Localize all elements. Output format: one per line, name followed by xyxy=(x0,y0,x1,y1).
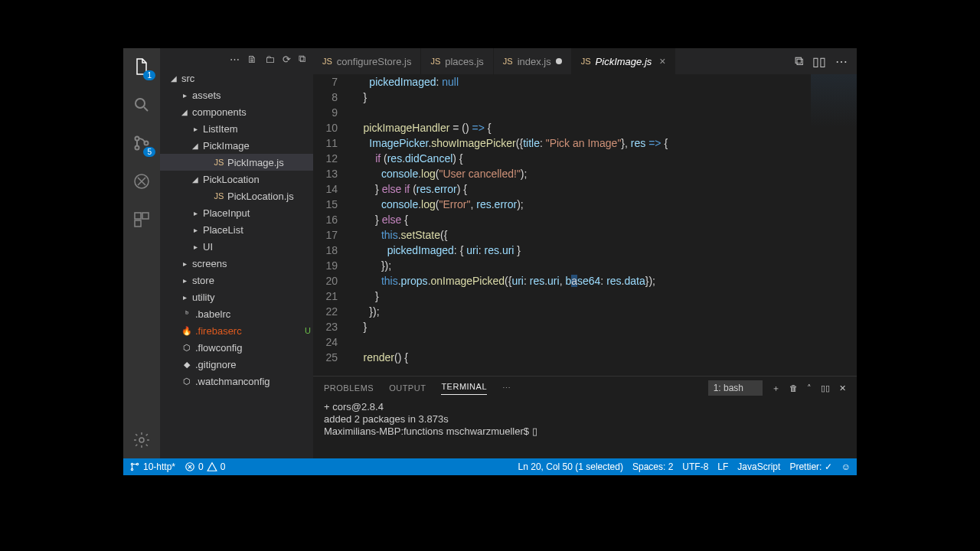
more-icon[interactable]: ⋯ xyxy=(835,54,848,69)
tab-problems[interactable]: PROBLEMS xyxy=(324,383,374,393)
explorer-sidebar: ⋯ 🗎 🗀 ⟳ ⧉ ◢src▸assets◢components▸ListIte… xyxy=(160,48,313,458)
tab-more-icon[interactable]: ⋯ xyxy=(502,383,511,393)
settings-gear-icon[interactable] xyxy=(131,429,152,451)
editor-tab[interactable]: JSplaces.js xyxy=(421,48,493,74)
new-file-icon[interactable]: 🗎 xyxy=(247,54,257,65)
tab-bar: JSconfigureStore.jsJSplaces.jsJSindex.js… xyxy=(313,48,857,74)
status-spaces[interactable]: Spaces: 2 xyxy=(632,461,673,472)
terminal-select[interactable]: 1: bash xyxy=(708,380,763,396)
panel: PROBLEMS OUTPUT TERMINAL ⋯ 1: bash ▾ ＋ 🗑… xyxy=(313,376,857,458)
editor-body[interactable]: 78910111213141516171819202122232425 pick… xyxy=(313,74,857,376)
search-icon[interactable] xyxy=(131,94,152,116)
status-feedback-icon[interactable]: ☺ xyxy=(841,461,851,472)
tree-item[interactable]: JSPickLocation.js xyxy=(160,187,313,204)
tree-item[interactable]: ◆.gitignore xyxy=(160,356,313,373)
tree-item[interactable]: JSPickImage.js xyxy=(160,154,313,171)
tree-item[interactable]: ᵇ.babelrc xyxy=(160,305,313,322)
svg-rect-6 xyxy=(142,213,149,219)
editor-group: JSconfigureStore.jsJSplaces.jsJSindex.js… xyxy=(313,48,857,458)
tree-item[interactable]: ▸utility xyxy=(160,289,313,305)
dirty-dot-icon xyxy=(556,58,562,64)
refresh-icon[interactable]: ⟳ xyxy=(283,54,291,65)
status-language[interactable]: JavaScript xyxy=(737,461,780,472)
panel-tabs: PROBLEMS OUTPUT TERMINAL ⋯ 1: bash ▾ ＋ 🗑… xyxy=(313,377,857,399)
editor-tab[interactable]: JSconfigureStore.js xyxy=(313,48,421,74)
vscode-window: 1 5 ⋯ 🗎 🗀 xyxy=(123,48,857,475)
compare-icon[interactable]: ⧉ xyxy=(795,54,803,68)
tree-item[interactable]: 🔥.firebasercU xyxy=(160,322,313,339)
svg-point-8 xyxy=(139,438,144,442)
svg-point-1 xyxy=(136,137,139,141)
tree-item[interactable]: ▸UI xyxy=(160,238,313,255)
line-gutter: 78910111213141516171819202122232425 xyxy=(313,74,351,376)
editor-tab[interactable]: JSPickImage.js× xyxy=(572,48,676,74)
extensions-icon[interactable] xyxy=(131,209,152,230)
svg-point-0 xyxy=(136,99,145,108)
tree-item[interactable]: ⬡.watchmanconfig xyxy=(160,373,313,390)
tree-item[interactable]: ▸ListItem xyxy=(160,120,313,137)
svg-point-9 xyxy=(131,463,132,465)
tab-terminal[interactable]: TERMINAL xyxy=(441,382,487,395)
scm-badge: 5 xyxy=(143,147,155,157)
status-branch[interactable]: 10-http* xyxy=(129,461,175,472)
status-prettier[interactable]: Prettier: ✓ xyxy=(789,461,831,472)
source-control-icon[interactable]: 5 xyxy=(131,132,152,154)
tree-item[interactable]: ▸PlaceInput xyxy=(160,204,313,221)
new-terminal-icon[interactable]: ＋ xyxy=(772,383,780,394)
status-cursor[interactable]: Ln 20, Col 50 (1 selected) xyxy=(518,461,623,472)
status-bar: 10-http* 0 0 Ln 20, Col 50 (1 selected) … xyxy=(123,458,857,475)
tree-item[interactable]: ◢components xyxy=(160,103,313,120)
kill-terminal-icon[interactable]: 🗑 xyxy=(789,383,798,393)
explorer-header: ⋯ 🗎 🗀 ⟳ ⧉ xyxy=(160,48,313,70)
close-icon: × xyxy=(659,55,665,67)
split-editor-icon[interactable]: ▯▯ xyxy=(812,54,826,69)
minimap[interactable] xyxy=(811,74,857,151)
explorer-icon[interactable]: 1 xyxy=(131,56,152,77)
debug-icon[interactable] xyxy=(131,171,152,192)
explorer-badge: 1 xyxy=(143,70,155,80)
tree-item[interactable]: ⬡.flowconfig xyxy=(160,339,313,356)
tree-item[interactable]: ▸assets xyxy=(160,86,313,103)
status-encoding[interactable]: UTF-8 xyxy=(682,461,708,472)
new-folder-icon[interactable]: 🗀 xyxy=(265,54,275,65)
svg-rect-7 xyxy=(135,220,141,227)
more-icon[interactable]: ⋯ xyxy=(230,54,240,65)
status-errors[interactable]: 0 0 xyxy=(185,461,225,472)
svg-point-10 xyxy=(131,468,132,470)
tree-item[interactable]: ◢PickLocation xyxy=(160,171,313,187)
status-eol[interactable]: LF xyxy=(717,461,728,472)
tree-item[interactable]: ◢src xyxy=(160,70,313,86)
panel-up-icon[interactable]: ˄ xyxy=(807,383,812,393)
panel-close-icon[interactable]: ✕ xyxy=(839,383,846,393)
tab-output[interactable]: OUTPUT xyxy=(389,383,426,393)
tree-item[interactable]: ▸store xyxy=(160,272,313,289)
main-area: 1 5 ⋯ 🗎 🗀 xyxy=(123,48,857,458)
panel-split-icon[interactable]: ▯▯ xyxy=(821,383,830,393)
editor-tab[interactable]: JSindex.js xyxy=(494,48,572,74)
code-area[interactable]: pickedImaged: null } pickImageHandler = … xyxy=(351,74,857,376)
svg-rect-5 xyxy=(135,213,141,219)
tree-item[interactable]: ◢PickImage xyxy=(160,137,313,154)
tree-item[interactable]: ▸screens xyxy=(160,255,313,272)
terminal-body[interactable]: + cors@2.8.4added 2 packages in 3.873sMa… xyxy=(313,399,857,458)
collapse-all-icon[interactable]: ⧉ xyxy=(299,53,305,65)
tree-item[interactable]: ▸PlaceList xyxy=(160,221,313,238)
file-tree[interactable]: ◢src▸assets◢components▸ListItem◢PickImag… xyxy=(160,70,313,458)
activity-bar: 1 5 xyxy=(123,48,160,458)
svg-point-2 xyxy=(136,146,139,150)
